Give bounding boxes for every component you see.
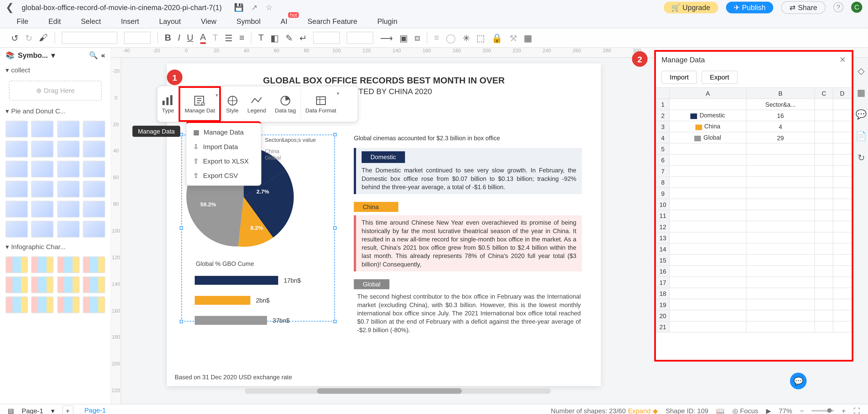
align-objects-icon[interactable]: ≡ [434,33,439,43]
chart-thumb[interactable] [57,277,79,293]
history-icon[interactable]: ↻ [858,153,865,163]
italic-icon[interactable]: I [178,33,180,43]
ribbon-manage-data[interactable]: Manage Dat▾ [179,86,221,122]
chart-thumb[interactable] [31,256,54,273]
page-icon[interactable]: 📄 [856,131,867,141]
chart-thumb[interactable] [57,201,79,218]
text-highlight-icon[interactable]: T [213,33,218,43]
chatbot-icon[interactable]: 💬 [790,373,807,389]
chart-thumb[interactable] [57,181,79,198]
font-family-combo[interactable] [62,32,117,44]
menu-plugin[interactable]: Plugin [377,17,398,25]
chart-thumb[interactable] [83,201,105,218]
dropdown-export-csv[interactable]: ⇧Export CSV [186,168,261,183]
shape-rect-icon[interactable]: ▣ [400,33,408,43]
zoom-slider[interactable] [812,410,834,411]
save-icon[interactable]: 💾 [234,3,243,12]
apps-icon[interactable]: ▦ [857,87,865,98]
chart-thumb[interactable] [5,277,28,293]
menu-insert[interactable]: Insert [121,17,139,25]
import-button[interactable]: Import [661,71,697,84]
dropdown-import-data[interactable]: ⇩Import Data [186,140,261,154]
chart-thumb[interactable] [83,121,105,137]
chart-thumb[interactable] [31,121,54,137]
chart-thumb[interactable] [31,201,54,218]
format-painter-icon[interactable]: 🖌 [39,33,48,43]
chart-thumb[interactable] [57,221,79,238]
resize-handle[interactable] [333,226,337,230]
menu-symbol[interactable]: Symbol [237,17,260,25]
chart-thumb[interactable] [31,221,54,238]
zoom-in-icon[interactable]: + [842,407,846,414]
zoom-out-icon[interactable]: − [800,407,804,414]
chart-thumb[interactable] [5,181,28,198]
ribbon-style[interactable]: Style [222,86,243,122]
undo-icon[interactable]: ↺ [11,33,18,43]
font-size-combo[interactable] [124,32,151,44]
ribbon-legend[interactable]: Legend [243,86,271,122]
chart-thumb[interactable] [31,140,54,157]
section-pie[interactable]: ▾ Pie and Donut C... [0,104,111,118]
upgrade-button[interactable]: 🛒Upgrade [663,1,718,13]
dropdown-icon[interactable]: ▾ [51,51,55,59]
chart-thumb[interactable] [5,201,28,218]
chart-thumb[interactable] [5,256,28,273]
menu-file[interactable]: File [17,17,28,25]
connector-icon[interactable]: ↵ [300,33,307,43]
page-selector-caret[interactable]: ▾ [51,407,55,414]
chart-thumb[interactable] [57,121,79,137]
line-color-icon[interactable]: ✎ [285,33,293,43]
line-dash-combo[interactable] [347,32,373,44]
chart-thumb[interactable] [5,161,28,178]
zoom-level[interactable]: 77% [779,407,792,414]
diamond-icon[interactable]: ◇ [858,66,864,76]
chart-thumb[interactable] [5,296,28,313]
shape-overlap-icon[interactable]: ⧈ [414,33,420,43]
collapse-panel-icon[interactable]: « [101,51,105,59]
menu-select[interactable]: Select [81,17,101,25]
layers-icon[interactable]: 📖 [716,407,724,414]
chart-thumb[interactable] [31,181,54,198]
resize-handle[interactable] [180,226,183,230]
chart-thumb[interactable] [5,121,28,137]
drag-target[interactable]: ⊕ Drag Here [9,81,102,101]
section-infographic[interactable]: ▾ Infographic Char... [0,240,111,254]
section-collect[interactable]: ▾ collect [0,63,111,77]
resize-handle[interactable] [333,133,337,136]
chart-thumb[interactable] [57,296,79,313]
ribbon-data-tag[interactable]: Data tag [271,86,301,122]
chart-thumb[interactable] [57,256,79,273]
help-icon[interactable]: ? [833,2,843,12]
focus-toggle[interactable]: ◎ Focus [732,407,758,414]
dropdown-manage-data[interactable]: ▦Manage Data [186,125,261,140]
fullscreen-icon[interactable]: ⛶ [854,407,860,414]
chart-thumb[interactable] [31,296,54,313]
expand-link[interactable]: Expand [628,407,651,414]
search-icon[interactable]: 🔍 [89,51,98,59]
line-spacing-icon[interactable]: ≡ [239,33,244,43]
presentation-icon[interactable]: ▶ [766,407,771,414]
font-color-icon[interactable]: A [200,32,206,43]
chart-thumb[interactable] [5,140,28,157]
resize-handle[interactable] [333,320,337,323]
menu-ai[interactable]: AIhot [281,17,287,25]
page-selector[interactable]: Page-1 [22,407,43,414]
chart-thumb[interactable] [83,161,105,178]
menu-view[interactable]: View [201,17,216,25]
data-table[interactable]: ABCD 1Sector&a...2Domestic163China44Glob… [656,87,852,333]
add-page-button[interactable]: + [62,405,73,414]
image-icon[interactable]: ◯ [446,33,456,43]
chart-thumb[interactable] [57,161,79,178]
chart-thumb[interactable] [83,181,105,198]
pages-icon[interactable]: ▤ [8,407,14,414]
bold-icon[interactable]: B [165,33,171,43]
underline-icon[interactable]: U [187,33,193,43]
export-button[interactable]: Export [702,71,737,84]
redo-icon[interactable]: ↻ [25,33,32,43]
lock-icon[interactable]: 🔒 [491,33,502,43]
menu-search[interactable]: Search Feature [308,17,358,25]
avatar[interactable]: C [851,2,862,12]
chart-thumb[interactable] [83,256,105,273]
chart-thumb[interactable] [31,161,54,178]
grid-icon[interactable]: ▦ [524,33,532,43]
